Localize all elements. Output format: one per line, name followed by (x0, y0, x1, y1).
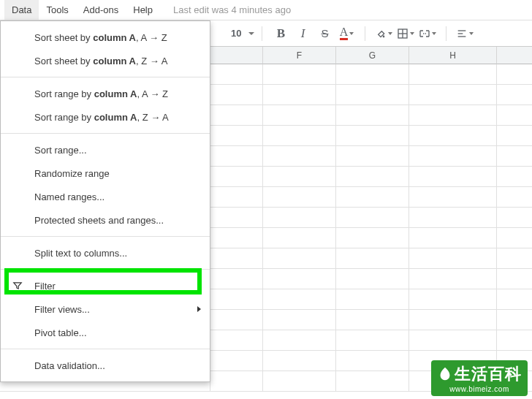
cell[interactable] (409, 248, 497, 269)
menu-item-randomize-range[interactable]: Randomize range (1, 162, 210, 185)
menu-item-protected-sheets[interactable]: Protected sheets and ranges... (1, 208, 210, 232)
cell[interactable] (210, 167, 263, 187)
column-header-g[interactable]: G (336, 47, 409, 64)
cell[interactable] (336, 310, 409, 330)
text-color-button[interactable]: A (337, 24, 356, 43)
cell[interactable] (210, 289, 263, 310)
cell[interactable] (263, 269, 336, 289)
cell[interactable] (210, 208, 263, 228)
column-header-f[interactable]: F (263, 47, 336, 64)
cell[interactable] (210, 351, 263, 371)
menu-item-data-validation[interactable]: Data validation... (1, 354, 210, 377)
cell[interactable] (409, 187, 497, 208)
cell[interactable] (336, 228, 409, 248)
cell[interactable] (409, 269, 497, 289)
cell[interactable] (263, 146, 336, 167)
column-header[interactable] (210, 47, 263, 64)
cell[interactable] (263, 248, 336, 269)
cell[interactable] (409, 64, 497, 85)
cell[interactable] (210, 85, 263, 105)
cell[interactable] (336, 146, 409, 167)
cell[interactable] (336, 269, 409, 289)
cell[interactable] (409, 228, 497, 248)
menu-item-named-ranges[interactable]: Named ranges... (1, 185, 210, 208)
cell[interactable] (497, 289, 532, 310)
menu-item-filter-views[interactable]: Filter views... (1, 297, 210, 321)
cell[interactable] (210, 330, 263, 351)
cell[interactable] (263, 371, 336, 392)
cell[interactable] (210, 146, 263, 167)
cell[interactable] (336, 208, 409, 228)
menu-item-sort-sheet-az[interactable]: Sort sheet by column A, A → Z (1, 26, 210, 49)
cell[interactable] (210, 187, 263, 208)
cell[interactable] (263, 126, 336, 146)
cell[interactable] (336, 64, 409, 85)
cell[interactable] (336, 330, 409, 351)
cell[interactable] (210, 105, 263, 126)
cell[interactable] (263, 85, 336, 105)
menu-data[interactable]: Data (4, 0, 39, 20)
cell[interactable] (263, 208, 336, 228)
cell[interactable] (497, 228, 532, 248)
cell[interactable] (336, 371, 409, 392)
cell[interactable] (210, 269, 263, 289)
cell[interactable] (336, 351, 409, 371)
cell[interactable] (263, 351, 336, 371)
cell[interactable] (336, 126, 409, 146)
merge-cells-button[interactable] (418, 24, 437, 43)
cell[interactable] (336, 105, 409, 126)
cell[interactable] (210, 310, 263, 330)
cell[interactable] (497, 208, 532, 228)
menu-tools[interactable]: Tools (39, 0, 75, 20)
menu-item-filter[interactable]: Filter (1, 274, 210, 297)
cell[interactable] (497, 105, 532, 126)
cell[interactable] (409, 85, 497, 105)
cell[interactable] (497, 248, 532, 269)
cell[interactable] (263, 289, 336, 310)
cell[interactable] (409, 310, 497, 330)
cell[interactable] (263, 187, 336, 208)
menu-addons[interactable]: Add-ons (76, 0, 126, 20)
cell[interactable] (497, 85, 532, 105)
cell[interactable] (497, 187, 532, 208)
cell[interactable] (336, 289, 409, 310)
cell[interactable] (497, 167, 532, 187)
bold-button[interactable]: B (271, 24, 290, 43)
cell[interactable] (497, 310, 532, 330)
cell[interactable] (497, 330, 532, 351)
cell[interactable] (336, 85, 409, 105)
column-header-h[interactable]: H (409, 47, 497, 64)
fill-color-button[interactable] (374, 24, 393, 43)
cell[interactable] (409, 330, 497, 351)
cell[interactable] (497, 64, 532, 85)
horizontal-align-button[interactable] (455, 24, 474, 43)
menu-item-sort-sheet-za[interactable]: Sort sheet by column A, Z → A (1, 49, 210, 72)
cell[interactable] (409, 167, 497, 187)
cell[interactable] (210, 248, 263, 269)
cell[interactable] (497, 126, 532, 146)
italic-button[interactable]: I (293, 24, 312, 43)
cell[interactable] (409, 146, 497, 167)
cell[interactable] (409, 289, 497, 310)
cell[interactable] (263, 228, 336, 248)
menu-help[interactable]: Help (126, 0, 160, 20)
cell[interactable] (210, 126, 263, 146)
cell[interactable] (263, 330, 336, 351)
cell[interactable] (263, 310, 336, 330)
menu-item-split-text[interactable]: Split text to columns... (1, 241, 210, 265)
strikethrough-button[interactable]: S (315, 24, 334, 43)
menu-item-pivot-table[interactable]: Pivot table... (1, 321, 210, 344)
cell[interactable] (336, 167, 409, 187)
cell[interactable] (497, 146, 532, 167)
menu-item-sort-range-za[interactable]: Sort range by column A, Z → A (1, 105, 210, 129)
cell[interactable] (210, 228, 263, 248)
cell[interactable] (409, 208, 497, 228)
borders-button[interactable] (396, 24, 415, 43)
cell[interactable] (263, 167, 336, 187)
menu-item-sort-range[interactable]: Sort range... (1, 138, 210, 162)
cell[interactable] (409, 105, 497, 126)
cell[interactable] (210, 371, 263, 392)
font-size-picker[interactable]: 10 (224, 28, 254, 39)
cell[interactable] (336, 248, 409, 269)
cell[interactable] (263, 64, 336, 85)
